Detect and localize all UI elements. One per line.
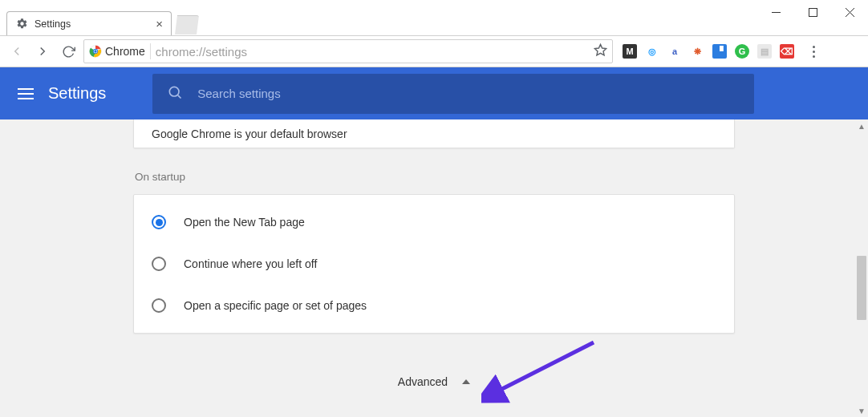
window-close-button[interactable] (831, 0, 868, 24)
search-icon (167, 84, 183, 103)
svg-rect-1 (809, 8, 817, 16)
startup-card: Open the New Tab pageContinue where you … (133, 194, 735, 334)
extension-ext-m[interactable]: M (623, 44, 637, 59)
site-identity[interactable]: Chrome (89, 45, 145, 58)
tab-close-icon[interactable]: × (156, 17, 163, 30)
window-minimize-button[interactable] (757, 0, 794, 24)
caret-up-icon (462, 379, 470, 384)
bookmark-star-icon[interactable] (594, 43, 607, 60)
extension-ext-pg[interactable]: ▤ (757, 44, 772, 59)
radio-icon (152, 215, 166, 229)
reload-button[interactable] (58, 41, 79, 62)
scroll-down-icon[interactable]: ▼ (855, 404, 868, 417)
forward-button[interactable] (32, 41, 53, 62)
svg-point-8 (94, 50, 96, 52)
startup-option-label: Open the New Tab page (184, 216, 305, 229)
startup-option-2[interactable]: Open a specific page or set of pages (134, 285, 734, 326)
secure-label: Chrome (105, 45, 145, 58)
omnibox-divider (150, 43, 151, 59)
tab-title: Settings (34, 18, 149, 30)
startup-option-0[interactable]: Open the New Tab page (134, 201, 734, 243)
extension-ext-e[interactable]: ⌫ (780, 44, 794, 59)
window-maximize-button[interactable] (794, 0, 831, 24)
extension-ext-g[interactable]: G (735, 44, 749, 59)
back-button[interactable] (6, 41, 27, 62)
tab-strip: Settings × (0, 0, 868, 35)
startup-option-label: Open a specific page or set of pages (184, 299, 367, 312)
advanced-label: Advanced (398, 375, 448, 388)
page-title: Settings (48, 84, 106, 103)
tab-settings[interactable]: Settings × (6, 11, 172, 35)
startup-option-1[interactable]: Continue where you left off (134, 243, 734, 285)
default-browser-text: Google Chrome is your default browser (152, 128, 347, 140)
address-bar[interactable]: Chrome chrome://settings (83, 39, 613, 63)
startup-option-label: Continue where you left off (184, 257, 317, 270)
advanced-toggle[interactable]: Advanced (133, 375, 735, 388)
extension-ext-o1[interactable]: ◎ (645, 44, 659, 59)
section-label-startup: On startup (135, 171, 735, 183)
extension-ext-tb[interactable]: ▝ (712, 44, 727, 59)
scroll-up-icon[interactable]: ▲ (855, 119, 868, 132)
svg-point-10 (170, 87, 180, 96)
settings-header: Settings Search settings (0, 67, 868, 119)
gear-icon (15, 18, 28, 30)
extension-ext-sp[interactable]: ❋ (690, 44, 704, 59)
settings-search-box[interactable]: Search settings (152, 74, 754, 114)
browser-toolbar: Chrome chrome://settings M◎a❋▝G▤⌫ (0, 35, 868, 67)
settings-content: Google Chrome is your default browser On… (0, 119, 868, 417)
radio-icon (152, 298, 166, 313)
svg-line-11 (178, 95, 181, 98)
extensions-area: M◎a❋▝G▤⌫ (618, 44, 799, 59)
default-browser-card: Google Chrome is your default browser (133, 119, 735, 148)
scrollbar-track[interactable]: ▲ ▼ (855, 119, 868, 417)
new-tab-button[interactable] (175, 15, 199, 34)
url-text: chrome://settings (156, 45, 589, 59)
menu-icon[interactable] (18, 88, 34, 99)
radio-icon (152, 257, 166, 271)
chrome-menu-button[interactable] (804, 46, 823, 58)
extension-ext-a[interactable]: a (667, 44, 682, 59)
search-placeholder: Search settings (197, 87, 280, 100)
svg-marker-9 (594, 44, 606, 55)
chrome-icon (89, 45, 102, 58)
scrollbar-thumb[interactable] (857, 256, 866, 320)
